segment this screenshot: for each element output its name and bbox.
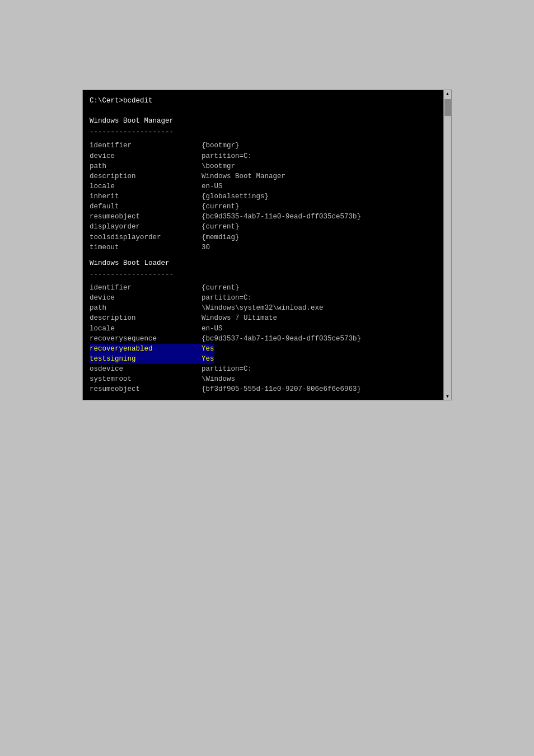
val-description-bl: Windows 7 Ultimate	[202, 313, 277, 323]
table-row: locale en-US	[90, 324, 435, 334]
key-toolsdisplayorder: toolsdisplayorder	[90, 232, 202, 242]
val-identifier: {bootmgr}	[202, 141, 240, 151]
val-path-bl: \Windows\system32\winload.exe	[202, 303, 324, 313]
key-timeout: timeout	[90, 242, 202, 253]
val-resumeobject-bl: {bf3df905-555d-11e0-9207-806e6f6e6963}	[202, 384, 361, 394]
table-row: identifier {bootmgr}	[90, 141, 435, 151]
terminal-window: C:\Cert>bcdedit Windows Boot Manager ---…	[82, 90, 452, 400]
scrollbar[interactable]: ▲ ▼	[443, 90, 451, 400]
table-row: recoverysequence {bc9d3537-4ab7-11e0-9ea…	[90, 334, 435, 344]
key-resumeobject-bm: resumeobject	[90, 212, 202, 222]
command-line: C:\Cert>bcdedit	[90, 96, 435, 106]
boot-manager-title: Windows Boot Manager	[90, 116, 435, 126]
table-row: systemroot \Windows	[90, 374, 435, 384]
table-row: description Windows 7 Ultimate	[90, 313, 435, 323]
val-description: Windows Boot Manager	[202, 171, 285, 181]
table-row: path \Windows\system32\winload.exe	[90, 303, 435, 313]
table-row: locale en-US	[90, 181, 435, 192]
boot-loader-title: Windows Boot Loader	[90, 258, 435, 268]
key-systemroot: systemroot	[90, 374, 202, 384]
val-testsigning: Yes	[202, 354, 214, 364]
key-recoveryenabled: recoveryenabled	[90, 344, 202, 354]
val-recoverysequence: {bc9d3537-4ab7-11e0-9ead-dff035ce573b}	[202, 334, 361, 344]
val-resumeobject-bm: {bc9d3535-4ab7-11e0-9ead-dff035ce573b}	[202, 212, 361, 222]
key-locale: locale	[90, 181, 202, 192]
key-resumeobject-bl: resumeobject	[90, 384, 202, 394]
key-default: default	[90, 202, 202, 212]
table-row: description Windows Boot Manager	[90, 171, 435, 181]
scroll-up-button[interactable]: ▲	[444, 90, 451, 98]
terminal-content: C:\Cert>bcdedit Windows Boot Manager ---…	[90, 96, 435, 394]
val-osdevice: partition=C:	[202, 364, 252, 374]
table-row: resumeobject {bc9d3535-4ab7-11e0-9ead-df…	[90, 212, 435, 222]
scroll-down-button[interactable]: ▼	[444, 392, 451, 400]
boot-manager-divider: --------------------	[90, 127, 435, 137]
key-path: path	[90, 161, 202, 171]
val-timeout: 30	[202, 242, 210, 253]
key-testsigning: testsigning	[90, 354, 202, 364]
val-path: \bootmgr	[202, 161, 235, 171]
key-displayorder: displayorder	[90, 222, 202, 232]
val-toolsdisplayorder: {memdiag}	[202, 232, 240, 242]
table-row: resumeobject {bf3df905-555d-11e0-9207-80…	[90, 384, 435, 394]
val-device-bl: partition=C:	[202, 293, 252, 303]
scrollbar-thumb[interactable]	[444, 99, 451, 116]
table-row: path \bootmgr	[90, 161, 435, 171]
key-osdevice: osdevice	[90, 364, 202, 374]
table-row: default {current}	[90, 202, 435, 212]
table-row: osdevice partition=C:	[90, 364, 435, 374]
table-row: inherit {globalsettings}	[90, 192, 435, 202]
key-identifier: identifier	[90, 141, 202, 151]
key-description-bl: description	[90, 313, 202, 323]
key-device: device	[90, 151, 202, 161]
table-row: identifier {current}	[90, 283, 435, 293]
table-row-highlight: recoveryenabled Yes	[90, 344, 435, 354]
table-row: timeout 30	[90, 242, 435, 253]
val-inherit: {globalsettings}	[202, 192, 269, 202]
key-locale-bl: locale	[90, 324, 202, 334]
val-recoveryenabled: Yes	[202, 344, 214, 354]
key-inherit: inherit	[90, 192, 202, 202]
boot-loader-divider: --------------------	[90, 269, 435, 279]
key-recoverysequence: recoverysequence	[90, 334, 202, 344]
val-locale-bl: en-US	[202, 324, 223, 334]
table-row-highlight: testsigning Yes	[90, 354, 435, 364]
table-row: device partition=C:	[90, 293, 435, 303]
val-device: partition=C:	[202, 151, 252, 161]
key-description: description	[90, 171, 202, 181]
key-device-bl: device	[90, 293, 202, 303]
val-systemroot: \Windows	[202, 374, 235, 384]
table-row: toolsdisplayorder {memdiag}	[90, 232, 435, 242]
val-displayorder: {current}	[202, 222, 240, 232]
val-locale: en-US	[202, 181, 223, 192]
val-default: {current}	[202, 202, 240, 212]
val-identifier-bl: {current}	[202, 283, 240, 293]
key-path-bl: path	[90, 303, 202, 313]
key-identifier-bl: identifier	[90, 283, 202, 293]
table-row: device partition=C:	[90, 151, 435, 161]
table-row: displayorder {current}	[90, 222, 435, 232]
